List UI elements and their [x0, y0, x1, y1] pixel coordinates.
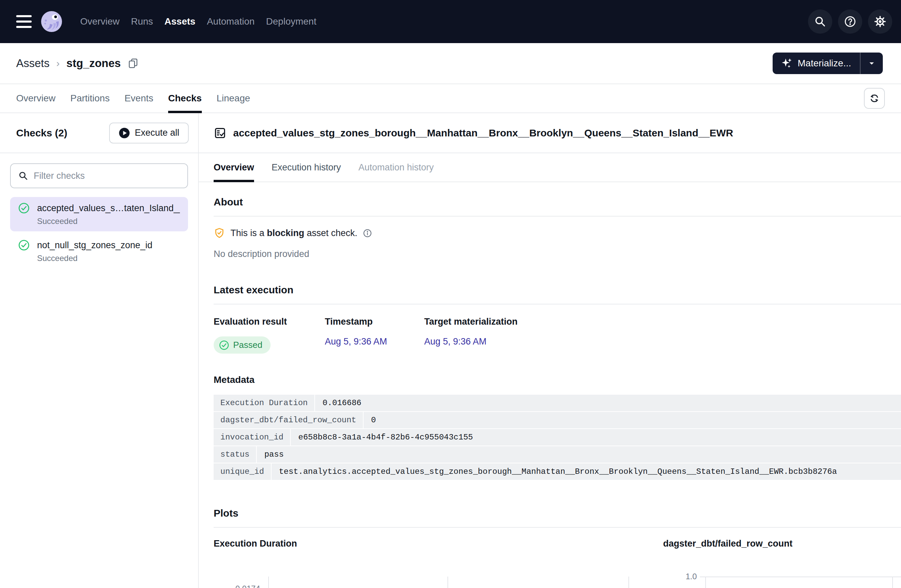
evaluation-result-header: Evaluation result	[214, 317, 325, 327]
checks-count-heading: Checks (2)	[16, 127, 67, 139]
info-icon[interactable]	[363, 229, 372, 238]
copy-icon[interactable]	[127, 58, 139, 69]
shield-check-icon	[214, 227, 225, 239]
metadata-table: Execution Duration 0.016686 dagster_dbt/…	[214, 395, 901, 481]
latest-execution-section: Latest execution Evaluation result Passe…	[214, 284, 901, 481]
passed-badge: Passed	[214, 336, 271, 354]
blocking-text: This is a blocking asset check.	[231, 228, 357, 238]
filter-checks-input[interactable]	[34, 171, 180, 181]
check-detail-body: About This is a blocking asset check. No…	[199, 182, 901, 588]
plots-heading: Plots	[214, 507, 901, 519]
checks-sidebar-header: Checks (2) Execute all	[0, 113, 198, 153]
check-list: accepted_values_s…taten_Island__EWR Succ…	[10, 197, 188, 268]
materialize-split-button: Materialize...	[773, 53, 883, 74]
nav-overview[interactable]: Overview	[80, 16, 120, 27]
asset-header-row: Assets › stg_zones Materialize...	[0, 43, 901, 84]
divider	[214, 527, 901, 528]
metadata-heading: Metadata	[214, 375, 901, 385]
breadcrumb-assets-link[interactable]: Assets	[16, 57, 50, 70]
check-success-icon	[18, 240, 30, 251]
chevron-down-icon	[867, 59, 876, 68]
gridline	[705, 577, 901, 577]
sparkle-icon	[781, 58, 793, 69]
metadata-key: status	[214, 446, 257, 463]
dagster-app: Overview Runs Assets Automation Deployme…	[0, 0, 901, 588]
divider	[214, 216, 901, 216]
page-title: stg_zones	[66, 57, 121, 70]
tab-overview[interactable]: Overview	[16, 84, 56, 112]
check-detail-pane: accepted_values_stg_zones_borough__Manha…	[199, 113, 901, 588]
tab-checks[interactable]: Checks	[168, 84, 202, 112]
check-item-name: not_null_stg_zones_zone_id	[37, 240, 152, 250]
check-success-icon	[18, 202, 30, 214]
tab-automation-history[interactable]: Automation history	[359, 153, 434, 182]
tab-partitions[interactable]: Partitions	[70, 84, 110, 112]
check-item-name: accepted_values_s…taten_Island__EWR	[37, 203, 180, 213]
tab-lineage[interactable]: Lineage	[217, 84, 250, 112]
check-title: accepted_values_stg_zones_borough__Manha…	[233, 127, 733, 139]
y-axis-tick-label: 0.0174	[214, 584, 260, 588]
asset-tabs: Overview Partitions Events Checks Lineag…	[16, 84, 250, 112]
menu-icon[interactable]	[16, 15, 32, 28]
check-item-status: Succeeded	[37, 254, 180, 263]
table-row: dagster_dbt/failed_row_count 0	[214, 412, 901, 429]
search-icon	[18, 171, 28, 181]
y-axis-tick-label: 1.0	[663, 572, 697, 581]
nav-assets[interactable]: Assets	[164, 16, 195, 27]
check-list-item-not-null[interactable]: not_null_stg_zones_zone_id Succeeded	[10, 234, 188, 268]
check-detail-header: accepted_values_stg_zones_borough__Manha…	[199, 113, 901, 153]
execute-all-label: Execute all	[135, 128, 179, 138]
nav-deployment[interactable]: Deployment	[266, 16, 316, 27]
play-circle-icon	[118, 127, 130, 139]
timestamp-link[interactable]: Aug 5, 9:36 AM	[325, 336, 387, 347]
table-row: status pass	[214, 446, 901, 464]
nav-runs[interactable]: Runs	[131, 16, 153, 27]
tab-check-overview[interactable]: Overview	[214, 153, 254, 182]
search-icon[interactable]	[808, 9, 832, 34]
execute-all-button[interactable]: Execute all	[109, 123, 189, 143]
table-row: invocation_id e658b8c8-3a1a-4b4f-82b6-4c…	[214, 429, 901, 446]
y-axis-line	[268, 577, 269, 588]
tick-mark	[700, 577, 705, 577]
about-section: About This is a blocking asset check. No…	[214, 196, 901, 259]
checks-sidebar: Checks (2) Execute all accepted_values_s…	[0, 113, 199, 588]
materialize-button[interactable]: Materialize...	[773, 53, 860, 74]
metadata-value: 0	[363, 412, 901, 428]
workspace: Checks (2) Execute all accepted_values_s…	[0, 113, 901, 588]
failed-row-count-plot: dagster_dbt/failed_row_count 1.0 0.6	[663, 538, 901, 588]
help-icon[interactable]	[838, 9, 862, 34]
metadata-value: e658b8c8-3a1a-4b4f-82b6-4c955043c155	[291, 429, 901, 446]
tab-events[interactable]: Events	[124, 84, 153, 112]
refresh-button[interactable]	[864, 88, 885, 109]
materialize-dropdown-caret[interactable]	[860, 53, 883, 74]
plot-canvas: 1.0 0.6	[663, 562, 901, 588]
nav-automation[interactable]: Automation	[207, 16, 255, 27]
blocking-note: This is a blocking asset check.	[214, 227, 901, 239]
execution-duration-plot: Execution Duration 0.0174	[214, 538, 663, 588]
checks-sidebar-body: accepted_values_s…taten_Island__EWR Succ…	[0, 153, 198, 278]
tab-execution-history[interactable]: Execution history	[271, 153, 341, 182]
timestamp-header: Timestamp	[325, 317, 424, 327]
metadata-value: pass	[257, 446, 901, 463]
target-materialization-link[interactable]: Aug 5, 9:36 AM	[424, 336, 486, 347]
settings-icon[interactable]	[868, 9, 892, 34]
plot-title: dagster_dbt/failed_row_count	[663, 538, 901, 549]
table-row: unique_id test.analytics.accepted_values…	[214, 464, 901, 481]
check-success-icon	[219, 340, 229, 350]
breadcrumb: Assets › stg_zones	[16, 57, 139, 70]
dagster-logo-icon[interactable]	[41, 11, 63, 33]
passed-label: Passed	[233, 340, 262, 350]
plots-section: Plots Execution Duration 0.0174	[214, 507, 901, 588]
gridline	[447, 577, 448, 588]
plot-canvas: 0.0174	[214, 562, 663, 588]
y-axis-line	[705, 577, 706, 588]
metadata-value: 0.016686	[315, 395, 901, 411]
check-detail-tabs: Overview Execution history Automation hi…	[199, 153, 901, 182]
metadata-section: Metadata Execution Duration 0.016686 dag…	[214, 375, 901, 481]
breadcrumb-separator: ›	[56, 58, 60, 69]
refresh-icon	[869, 93, 879, 103]
check-list-item-accepted-values[interactable]: accepted_values_s…taten_Island__EWR Succ…	[10, 197, 188, 231]
about-heading: About	[214, 196, 901, 208]
materialize-label: Materialize...	[798, 58, 851, 69]
table-row: Execution Duration 0.016686	[214, 395, 901, 412]
